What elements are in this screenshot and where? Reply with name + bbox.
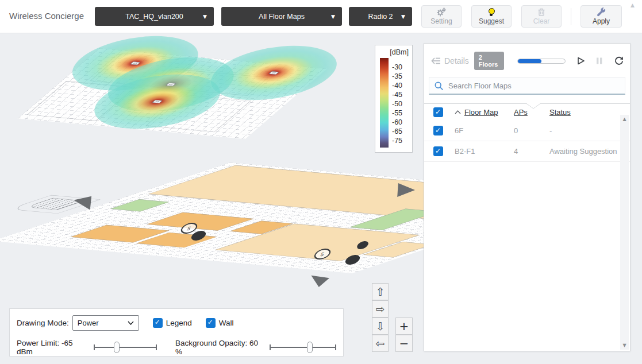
background-opacity-label: Background Opacity: 60 % bbox=[175, 339, 265, 356]
floor-map-6f-heatmap[interactable] bbox=[18, 48, 328, 139]
select-all-checkbox[interactable] bbox=[433, 107, 443, 117]
sort-asc-icon bbox=[455, 110, 461, 114]
legend-tick: -45 bbox=[392, 91, 402, 99]
power-limit-label: Power Limit: -65 dBm bbox=[17, 339, 89, 356]
pan-down-button[interactable]: ⇩ bbox=[372, 317, 389, 335]
chevron-down-icon bbox=[128, 321, 134, 325]
legend-toggle[interactable]: Legend bbox=[153, 318, 192, 328]
suggestion-progress-bar bbox=[517, 59, 566, 64]
network-dropdown[interactable]: TAC_HQ_vlan200 ▼ bbox=[95, 7, 214, 26]
gears-icon bbox=[436, 7, 447, 17]
power-limit-slider[interactable] bbox=[94, 341, 157, 354]
wall-checkbox[interactable] bbox=[206, 318, 216, 328]
row-status: Awaiting Suggestion bbox=[549, 147, 630, 156]
row-checkbox[interactable] bbox=[433, 126, 443, 135]
search-icon bbox=[434, 81, 444, 91]
radio-dropdown[interactable]: Radio 2 ▼ bbox=[349, 7, 412, 26]
clear-button-label: Clear bbox=[533, 17, 550, 25]
pause-button[interactable] bbox=[596, 56, 603, 65]
slider-track[interactable] bbox=[94, 347, 157, 348]
app-title: Wireless Concierge bbox=[9, 11, 84, 21]
trash-icon bbox=[537, 7, 546, 17]
details-panel: Details 2 Floors bbox=[424, 43, 631, 351]
legend-checkbox[interactable] bbox=[153, 318, 163, 328]
lightbulb-icon bbox=[489, 8, 495, 14]
power-limit-slider-thumb[interactable] bbox=[114, 342, 120, 353]
toolbar: Wireless Concierge TAC_HQ_vlan200 ▼ All … bbox=[0, 0, 642, 33]
collapse-left-icon bbox=[431, 57, 441, 65]
plan-handle-triangle[interactable] bbox=[310, 276, 329, 288]
legend-title: [dBm] bbox=[380, 48, 409, 56]
zoom-out-button[interactable]: − bbox=[395, 335, 413, 352]
wrench-icon bbox=[597, 7, 606, 17]
dropdown-arrow-icon: ▼ bbox=[203, 14, 207, 20]
drawing-mode-value: Power bbox=[78, 319, 99, 327]
zoom-in-button[interactable]: + bbox=[395, 317, 413, 335]
dropdown-arrow-icon: ▼ bbox=[401, 14, 405, 20]
header-notch bbox=[526, 103, 540, 109]
scroll-top-icon[interactable]: ▲ bbox=[631, 2, 635, 8]
pan-right-button[interactable]: ⇨ bbox=[372, 300, 389, 317]
pan-up-button[interactable]: ⇧ bbox=[372, 283, 389, 300]
apply-button[interactable]: Apply bbox=[581, 5, 622, 28]
column-aps[interactable]: APs bbox=[514, 108, 549, 117]
setting-button-label: Setting bbox=[430, 17, 452, 25]
pan-left-button[interactable]: ⇦ bbox=[372, 335, 389, 352]
search-input[interactable] bbox=[448, 82, 609, 90]
column-status[interactable]: Status bbox=[549, 108, 630, 117]
down-arrow-icon: ⇩ bbox=[376, 320, 385, 332]
details-back-label: Details bbox=[444, 56, 469, 65]
scrollbar-up-icon[interactable]: ▲ bbox=[620, 117, 629, 122]
panel-scrollbar[interactable]: ▲ ▼ bbox=[620, 115, 629, 350]
floor-maps-dropdown-value: All Floor Maps bbox=[259, 13, 305, 21]
table-row-b2f1[interactable]: B2-F1 4 Awaiting Suggestion bbox=[424, 141, 630, 162]
legend-tick: -75 bbox=[392, 137, 402, 145]
suggest-button-label: Suggest bbox=[479, 17, 504, 25]
details-back-button[interactable]: Details bbox=[431, 56, 469, 65]
pause-icon bbox=[596, 56, 603, 65]
dropdown-arrow-icon: ▼ bbox=[331, 14, 335, 20]
scrollbar-down-icon[interactable]: ▼ bbox=[620, 343, 629, 348]
minus-icon: − bbox=[399, 336, 409, 350]
setting-button[interactable]: Setting bbox=[421, 5, 462, 28]
wall-checkbox-label: Wall bbox=[219, 319, 234, 327]
toolbar-divider bbox=[571, 8, 571, 25]
legend-tick: -30 bbox=[392, 63, 402, 71]
play-button[interactable] bbox=[576, 56, 585, 65]
left-arrow-icon: ⇦ bbox=[376, 337, 385, 350]
floor-maps-dropdown[interactable]: All Floor Maps ▼ bbox=[221, 7, 342, 26]
plan-handle-triangle[interactable] bbox=[73, 194, 91, 210]
row-status: - bbox=[549, 126, 630, 135]
plan-handle-triangle[interactable] bbox=[397, 183, 416, 198]
legend-tick: -55 bbox=[392, 109, 402, 117]
legend-checkbox-label: Legend bbox=[166, 319, 192, 327]
legend-tick: -40 bbox=[392, 82, 402, 90]
clear-button[interactable]: Clear bbox=[521, 5, 562, 28]
refresh-button[interactable] bbox=[614, 56, 624, 66]
drawing-mode-select[interactable]: Power bbox=[72, 315, 139, 331]
row-ap-count: 4 bbox=[514, 147, 549, 156]
slider-track[interactable] bbox=[270, 347, 336, 348]
legend-tick: -50 bbox=[392, 100, 402, 108]
floor-room-green bbox=[110, 199, 170, 211]
legend-tick: -60 bbox=[392, 118, 402, 126]
row-checkbox[interactable] bbox=[433, 146, 443, 156]
dbm-legend: [dBm] -30 -35 -40 -45 -50 -55 -60 -65 -7… bbox=[375, 45, 413, 153]
legend-color-bar bbox=[380, 58, 389, 148]
background-opacity-slider[interactable] bbox=[270, 341, 336, 354]
legend-tick: -35 bbox=[392, 72, 402, 80]
play-icon bbox=[576, 56, 585, 65]
background-opacity-slider-thumb[interactable] bbox=[307, 342, 313, 353]
plus-icon: + bbox=[399, 319, 409, 333]
refresh-icon bbox=[614, 56, 624, 66]
map-canvas[interactable]: 5 5 [dBm] -30 -35 -40 -45 -50 -55 -60 -6… bbox=[0, 33, 642, 364]
up-arrow-icon: ⇧ bbox=[376, 285, 385, 298]
column-floor-map[interactable]: Floor Map bbox=[464, 108, 514, 117]
table-row-6f[interactable]: 6F 0 - bbox=[424, 121, 630, 141]
progress-fill bbox=[518, 59, 541, 63]
legend-tick-labels: -30 -35 -40 -45 -50 -55 -60 -65 -75 bbox=[392, 58, 402, 148]
floors-count-badge: 2 Floors bbox=[474, 52, 504, 70]
row-ap-count: 0 bbox=[514, 126, 549, 135]
wall-toggle[interactable]: Wall bbox=[206, 318, 234, 328]
suggest-button[interactable]: Suggest bbox=[471, 5, 512, 28]
